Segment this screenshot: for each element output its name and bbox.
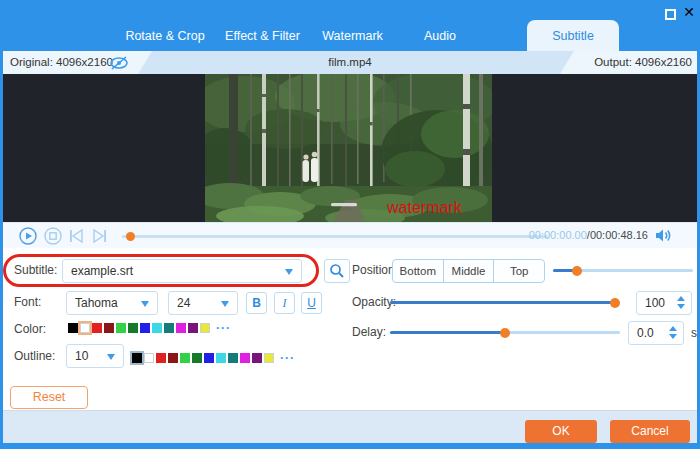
color-swatch[interactable] [80,323,90,333]
color-swatch[interactable] [128,323,138,333]
original-resolution-label: Original: 4096x2160 [10,56,113,68]
subtitle-settings-panel: Subtitle: example.srt Font: Tahoma 24 B … [0,248,700,410]
color-swatch[interactable] [164,323,174,333]
bold-button[interactable]: B [246,292,267,314]
next-frame-button[interactable] [92,229,107,247]
volume-icon[interactable] [655,228,672,247]
video-frame-forest: watermark [205,74,492,222]
position-slider[interactable] [553,269,693,272]
opacity-slider[interactable] [390,301,620,304]
font-color-swatches: ··· [68,321,231,335]
subtitle-preview-strip [331,203,357,206]
outline-swatch[interactable] [168,353,178,363]
seek-bar[interactable] [122,235,548,238]
total-time: 00:00:48.16 [590,229,648,241]
seek-thumb[interactable] [126,232,135,241]
delay-label: Delay: [352,325,386,339]
footer-bar: OK Cancel [0,410,700,443]
opacity-spinner-arrows[interactable] [677,296,685,309]
tab-rotate-crop[interactable]: Rotate & Crop [110,20,220,51]
title-bar: ✕ Rotate & Crop Effect & Filter Watermar… [0,0,700,51]
color-swatch[interactable] [116,323,126,333]
bottom-accent-strip [0,443,700,449]
delay-value: 0.0 [637,326,654,340]
tab-effect-filter[interactable]: Effect & Filter [210,20,315,51]
tab-subtitle[interactable]: Subtitle [527,20,619,51]
window-left-border [0,0,3,449]
subtitle-file-dropdown[interactable]: example.srt [62,259,302,283]
delay-slider-thumb[interactable] [500,328,510,338]
color-swatch[interactable] [152,323,162,333]
browse-subtitle-button[interactable] [324,259,350,283]
position-bottom-button[interactable]: Bottom [393,260,443,282]
outline-swatch[interactable] [216,353,226,363]
position-middle-button[interactable]: Middle [443,260,494,282]
color-swatch[interactable] [104,323,114,333]
previous-frame-button[interactable] [69,229,84,247]
font-family-dropdown[interactable]: Tahoma [66,291,158,315]
compare-original-eye-icon[interactable] [108,55,130,73]
outline-swatch[interactable] [240,353,250,363]
outline-swatch[interactable] [252,353,262,363]
font-label: Font: [14,295,41,309]
color-swatch[interactable] [140,323,150,333]
reset-button[interactable]: Reset [10,386,88,409]
color-swatch[interactable] [92,323,102,333]
close-button[interactable]: ✕ [683,5,695,19]
delay-slider[interactable] [390,331,620,334]
color-label: Color: [14,322,46,336]
position-slider-thumb[interactable] [572,266,582,276]
color-swatch[interactable] [176,323,186,333]
delay-spinner[interactable]: 0.0 [628,321,684,345]
outline-label: Outline: [14,349,55,363]
outline-swatch[interactable] [180,353,190,363]
subtitle-label: Subtitle: [14,263,57,277]
outline-more-colors-button[interactable]: ··· [280,351,295,365]
time-display: 00:00:00.00/00:00:48.16 [529,229,648,241]
ok-button[interactable]: OK [525,420,597,443]
watermark-text: watermark [386,199,463,216]
position-segmented-control: Bottom Middle Top [392,259,545,283]
outline-color-swatches: ··· [132,351,295,365]
color-swatch[interactable] [68,323,78,333]
outline-swatch[interactable] [144,353,154,363]
opacity-spinner[interactable]: 100 [636,291,692,315]
color-swatch[interactable] [200,323,210,333]
outline-swatch[interactable] [264,353,274,363]
delay-spinner-arrows[interactable] [669,326,677,339]
outline-swatch[interactable] [156,353,166,363]
opacity-slider-thumb[interactable] [610,298,620,308]
maximize-button[interactable] [665,9,676,20]
subtitle-editor-window: ✕ Rotate & Crop Effect & Filter Watermar… [0,0,700,449]
color-more-colors-button[interactable]: ··· [216,321,231,335]
tab-audio[interactable]: Audio [400,20,480,51]
font-size-dropdown[interactable]: 24 [168,291,238,315]
play-button[interactable] [19,227,37,249]
opacity-value: 100 [645,296,665,310]
info-bar: film.mp4 Original: 4096x2160 Output: 409… [0,51,700,74]
underline-button[interactable]: U [301,292,322,314]
outline-swatch[interactable] [204,353,214,363]
outline-size-dropdown[interactable]: 10 [66,344,124,368]
outline-swatch[interactable] [228,353,238,363]
tab-watermark[interactable]: Watermark [305,20,400,51]
stop-button[interactable] [44,227,62,249]
outline-swatch[interactable] [132,353,142,363]
video-preview-area: watermark [0,74,700,222]
output-resolution-label: Output: 4096x2160 [594,56,692,68]
color-swatch[interactable] [188,323,198,333]
outline-swatch[interactable] [192,353,202,363]
italic-button[interactable]: I [274,292,295,314]
position-top-button[interactable]: Top [493,260,544,282]
current-time: 00:00:00.00 [529,229,587,241]
cancel-button[interactable]: Cancel [610,420,690,443]
playback-bar: 00:00:00.00/00:00:48.16 [0,222,700,248]
